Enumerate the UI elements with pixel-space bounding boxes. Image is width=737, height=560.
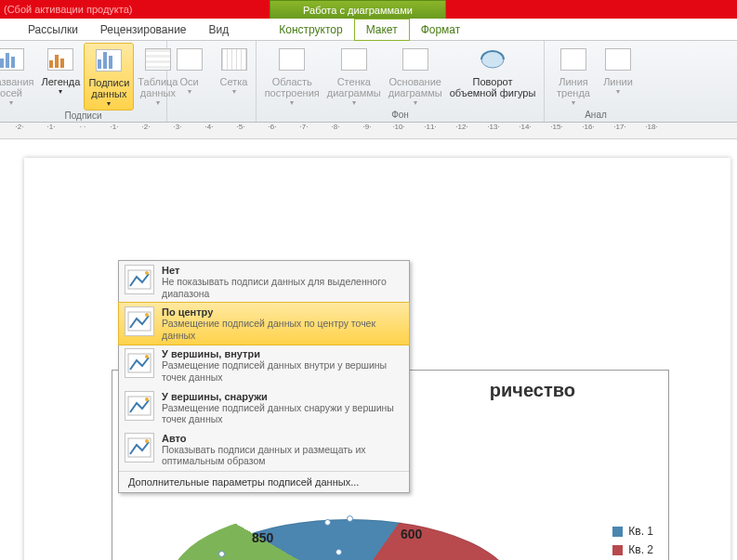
- data-label-kv1[interactable]: 600: [401, 527, 422, 541]
- plot-area-button: Область построения▾: [261, 43, 323, 109]
- axis-titles-button: Названия осей▾: [0, 43, 38, 109]
- svg-point-6: [145, 355, 149, 358]
- svg-point-10: [145, 439, 149, 443]
- axes-icon: [175, 45, 204, 74]
- option-thumb-icon: [125, 265, 154, 294]
- chart-wall-icon: [339, 45, 369, 74]
- axes-button: Оси▾: [167, 43, 212, 98]
- lines-button: Линии▾: [596, 43, 640, 98]
- tab-chart-format[interactable]: Формат: [410, 20, 472, 40]
- chart-title[interactable]: ричество: [490, 380, 575, 401]
- data-labels-more-options[interactable]: Дополнительные параметры подписей данных…: [119, 471, 409, 492]
- svg-point-2: [145, 271, 149, 275]
- option-thumb-icon: [125, 391, 154, 421]
- legend-item-kv1[interactable]: Кв. 1: [612, 525, 653, 538]
- rotation-3d-icon: [478, 45, 507, 74]
- selection-handle[interactable]: [218, 551, 225, 557]
- data-labels-option-center[interactable]: По центруРазмещение подписей данных по ц…: [118, 302, 410, 345]
- ribbon-tabs: Рассылки Рецензирование Вид Конструктор …: [0, 19, 737, 41]
- plot-area-icon: [277, 45, 307, 74]
- ribbon: Названия осей▾ Легенда▾ Подписи данных▾ …: [0, 41, 737, 123]
- data-labels-option-auto[interactable]: АвтоПоказывать подписи данных и размещат…: [119, 429, 409, 471]
- legend-button[interactable]: Легенда▾: [38, 43, 85, 98]
- group-label-analysis: Анал: [585, 110, 607, 122]
- group-label-labels: Подписи: [65, 111, 102, 123]
- legend-item-kv2[interactable]: Кв. 2: [612, 543, 653, 556]
- data-labels-option-outside-end[interactable]: У вершины, снаружиРазмещение подписей да…: [119, 387, 409, 429]
- chart-tools-contextual-tab-title: Работа с диаграммами: [270, 0, 446, 19]
- group-label-background: Фон: [391, 110, 409, 122]
- legend-icon: [46, 45, 75, 74]
- option-thumb-icon: [125, 433, 154, 462]
- activation-failure-label: (Сбой активации продукта): [0, 4, 132, 15]
- data-labels-button[interactable]: Подписи данных▾: [84, 43, 134, 111]
- data-labels-option-none[interactable]: НетНе показывать подписи данных для выде…: [119, 261, 409, 303]
- selection-handle[interactable]: [324, 519, 331, 526]
- selection-handle[interactable]: [347, 515, 353, 522]
- horizontal-ruler: ·2··1·· ··1··2··3··4··5··6··7··8··9··10·…: [0, 123, 737, 139]
- lines-icon: [603, 45, 633, 74]
- data-label-kv3[interactable]: 850: [252, 530, 273, 545]
- tab-mailings[interactable]: Рассылки: [17, 20, 89, 40]
- chart-wall-button: Стенка диаграммы▾: [323, 43, 385, 109]
- axis-titles-icon: [0, 45, 26, 74]
- rotation-3d-button[interactable]: Поворот объемной фигуры: [446, 43, 540, 100]
- chart-legend[interactable]: Кв. 1 Кв. 2 Кв. 3: [612, 519, 653, 560]
- gridlines-icon: [219, 45, 249, 74]
- tab-chart-design[interactable]: Конструктор: [268, 20, 353, 40]
- svg-point-8: [145, 397, 149, 401]
- selection-handle[interactable]: [336, 549, 342, 555]
- data-labels-option-inside-end[interactable]: У вершины, внутриРазмещение подписей дан…: [119, 345, 409, 386]
- tab-review[interactable]: Рецензирование: [89, 20, 198, 40]
- chart-floor-button: Основание диаграммы▾: [385, 43, 446, 109]
- svg-point-4: [145, 313, 149, 317]
- tab-view[interactable]: Вид: [198, 20, 241, 40]
- trendline-icon: [559, 45, 588, 74]
- option-thumb-icon: [125, 306, 154, 336]
- tab-chart-layout[interactable]: Макет: [354, 19, 410, 41]
- trendline-button: Линия тренда▾: [551, 43, 596, 109]
- gridlines-button: Сетка▾: [212, 43, 257, 98]
- data-labels-dropdown: НетНе показывать подписи данных для выде…: [118, 260, 410, 493]
- chart-floor-icon: [401, 45, 430, 74]
- data-labels-icon: [94, 46, 124, 75]
- group-label-axes: [210, 110, 213, 122]
- option-thumb-icon: [125, 348, 154, 378]
